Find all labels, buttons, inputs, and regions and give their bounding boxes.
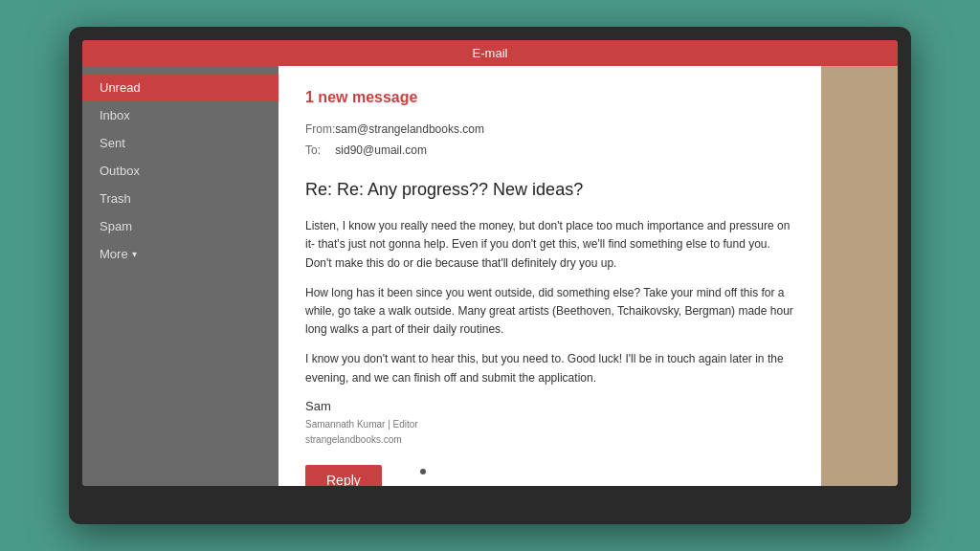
reply-row: Reply [305, 448, 794, 486]
sig-name: Sam [305, 399, 794, 413]
sidebar-item-trash[interactable]: Trash [82, 185, 278, 212]
right-decorative-panel [821, 66, 898, 486]
body-paragraph-2: How long has it been since you went outs… [305, 284, 794, 340]
email-body: Listen, I know you really need the money… [305, 217, 794, 387]
sig-website: strangelandbooks.com [305, 432, 794, 448]
new-message-label: new message [318, 89, 417, 105]
message-count: 1 [305, 89, 314, 105]
email-from: From: sam@strangelandbooks.com [305, 120, 794, 141]
dot-indicator [420, 469, 426, 474]
sidebar-item-sent[interactable]: Sent [82, 129, 278, 157]
sidebar: Unread Inbox Sent Outbox Trash Spam [82, 66, 278, 486]
new-message-header: 1 new message [305, 89, 794, 106]
sidebar-item-outbox[interactable]: Outbox [82, 157, 278, 185]
sidebar-item-spam[interactable]: Spam [82, 212, 278, 240]
titlebar: E-mail [82, 40, 898, 66]
app-title: E-mail [473, 46, 508, 60]
sidebar-item-inbox[interactable]: Inbox [82, 101, 278, 129]
from-address: sam@strangelandbooks.com [335, 122, 484, 136]
email-meta: From: sam@strangelandbooks.com To: sid90… [305, 120, 794, 161]
screen: E-mail Unread Inbox Sent Outbox Trash [82, 40, 898, 486]
body-paragraph-3: I know you don't want to hear this, but … [305, 350, 794, 386]
reply-button[interactable]: Reply [305, 465, 382, 486]
monitor: E-mail Unread Inbox Sent Outbox Trash [69, 27, 911, 524]
email-to: To: sid90@umail.com [305, 141, 794, 162]
email-signature: Sam Samannath Kumar | Editor strangeland… [305, 399, 794, 448]
to-address: sid90@umail.com [335, 143, 427, 157]
app-body: Unread Inbox Sent Outbox Trash Spam [82, 66, 898, 486]
sidebar-item-unread[interactable]: Unread [82, 74, 278, 101]
email-subject: Re: Re: Any progress?? New ideas? [305, 180, 794, 200]
sidebar-item-more[interactable]: More ▾ [82, 240, 278, 268]
body-paragraph-1: Listen, I know you really need the money… [305, 217, 794, 273]
sig-title: Samannath Kumar | Editor [305, 417, 794, 432]
email-content-panel: 1 new message From: sam@strangelandbooks… [278, 66, 821, 486]
chevron-down-icon: ▾ [132, 249, 137, 259]
monitor-stand [461, 496, 519, 515]
